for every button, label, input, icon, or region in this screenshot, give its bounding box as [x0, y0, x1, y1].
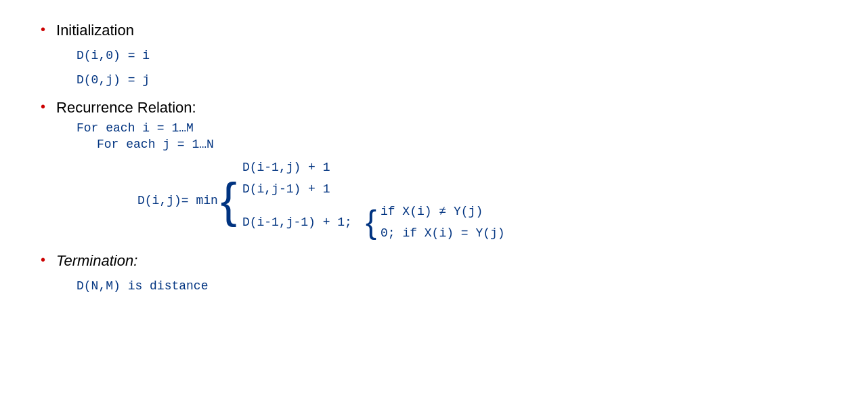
bullet-recurrence: • [41, 99, 45, 115]
bullet-initialization: • [41, 22, 45, 37]
recurrence-section: • Recurrence Relation: For each i = 1…M … [41, 98, 827, 244]
recurrence-content: Recurrence Relation: For each i = 1…M Fo… [56, 98, 827, 244]
case-3-row: D(i-1,j-1) + 1; { if X(i) ≠ Y(j) 0; [242, 201, 505, 245]
brace-container: { D(i-1,j) + 1 D(i,j-1) + 1 D(i-1,j-1) +… [221, 157, 505, 245]
open-brace: { [221, 157, 237, 245]
for-line-1: For each i = 1…M [77, 121, 827, 135]
condition-line-1: if X(i) ≠ Y(j) [381, 201, 505, 222]
condition-inner: { if X(i) ≠ Y(j) 0; if X(i) = Y(j) [366, 201, 505, 245]
brace-cases: D(i-1,j) + 1 D(i,j-1) + 1 D(i-1,j-1) + 1… [242, 157, 505, 245]
main-content: • Initialization D(i,0) = i D(0,j) = j •… [27, 14, 841, 310]
min-block: D(i,j)= min { D(i-1,j) + 1 D(i,j-1) + 1 … [137, 157, 827, 245]
dij-label: D(i,j)= min [137, 194, 218, 207]
case-2: D(i,j-1) + 1 [242, 178, 505, 200]
bullet-termination: • [41, 252, 45, 268]
initialization-section: • Initialization D(i,0) = i D(0,j) = j [41, 20, 827, 91]
condition-open-brace: { [366, 201, 376, 245]
init-line-2: D(0,j) = j [77, 70, 827, 91]
initialization-content: Initialization D(i,0) = i D(0,j) = j [56, 20, 827, 91]
recurrence-title: Recurrence Relation: [56, 98, 827, 119]
init-line-1: D(i,0) = i [77, 45, 827, 66]
termination-title: Termination: [56, 251, 827, 272]
termination-section: • Termination: D(N,M) is distance [41, 251, 827, 296]
condition-texts: if X(i) ≠ Y(j) 0; if X(i) = Y(j) [381, 201, 505, 245]
termination-line: D(N,M) is distance [77, 276, 827, 297]
case-1: D(i-1,j) + 1 [242, 157, 505, 178]
for-line-2: For each j = 1…N [97, 138, 827, 151]
condition-line-2: 0; if X(i) = Y(j) [381, 222, 505, 244]
case-3: D(i-1,j-1) + 1; [242, 211, 352, 233]
initialization-title: Initialization [56, 20, 827, 41]
condition-block: { if X(i) ≠ Y(j) 0; if X(i) = Y(j) [366, 201, 505, 245]
termination-content: Termination: D(N,M) is distance [56, 251, 827, 296]
